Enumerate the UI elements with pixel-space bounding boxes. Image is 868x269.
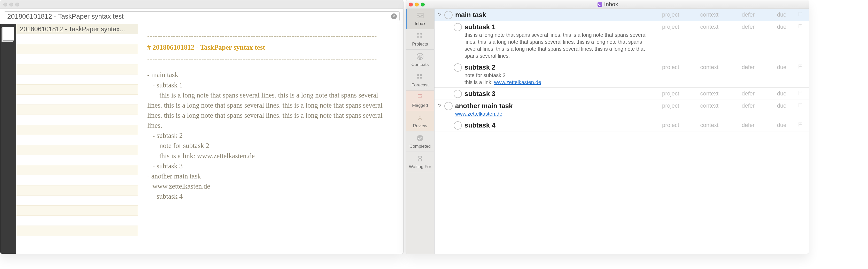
sidebar-item-flagged[interactable]: Flagged [406,90,434,111]
svg-point-0 [417,33,419,35]
task-row[interactable]: ▽main taskprojectcontextdeferdue [435,9,809,21]
zoom-icon[interactable] [421,3,425,6]
clear-search-button[interactable]: ✕ [391,14,397,19]
col-context[interactable]: context [690,90,729,97]
review-icon [416,113,424,122]
svg-rect-9 [420,77,422,79]
note-thumbnail-icon[interactable] [3,27,14,41]
zoom-icon[interactable] [15,3,19,6]
task-title-cell[interactable]: main task [455,10,651,19]
col-defer[interactable]: defer [729,24,768,30]
note-link[interactable]: www.zettelkasten.de [455,111,502,117]
sidebar-label: Review [413,124,427,129]
col-context[interactable]: context [690,64,729,71]
col-defer[interactable]: defer [729,11,768,18]
flag-button[interactable] [796,23,805,29]
right-app-window: Inbox Inbox Projects @ Contexts [406,0,809,254]
col-project[interactable]: project [651,64,690,71]
completed-icon [416,134,424,142]
col-due[interactable]: due [768,90,796,97]
left-traffic-lights [3,3,19,6]
flag-button[interactable] [796,121,805,127]
search-input[interactable] [7,12,391,21]
col-due[interactable]: due [768,122,796,129]
svg-rect-8 [417,77,419,79]
col-defer[interactable]: defer [729,122,768,129]
task-row[interactable]: subtask 3projectcontextdeferdue [435,88,809,100]
file-list-item[interactable]: 201806101812 - TaskPaper syntax... [16,24,138,34]
col-project[interactable]: project [651,11,690,18]
flag-button[interactable] [796,89,805,96]
waiting-icon [416,155,424,163]
sidebar-item-completed[interactable]: Completed [406,131,434,152]
col-due[interactable]: due [768,64,796,71]
left-app-window: ✕ 201806101812 - TaskPaper syntax... ---… [0,0,404,254]
flag-button[interactable] [796,10,805,17]
editor-pane[interactable]: ----------------------------------------… [138,24,403,254]
app-icon [597,2,602,7]
disclosure-triangle-icon[interactable]: ▽ [436,10,443,17]
window-title-text: Inbox [604,1,618,8]
task-checkbox[interactable] [454,121,462,130]
task-row[interactable]: subtask 1this is a long note that spans … [435,21,809,61]
task-title-cell[interactable]: subtask 4 [464,121,651,130]
col-context[interactable]: context [690,102,729,109]
task-title-cell[interactable]: subtask 2note for subtask 2this is a lin… [464,63,651,86]
sidebar-item-inbox[interactable]: Inbox [406,9,434,29]
sidebar-item-forecast[interactable]: Forecast [406,70,434,90]
flag-button[interactable] [796,63,805,69]
col-context[interactable]: context [690,11,729,18]
svg-point-1 [420,33,422,35]
col-defer[interactable]: defer [729,64,768,71]
task-row[interactable]: subtask 4projectcontextdeferdue [435,119,809,131]
flag-button[interactable] [796,101,805,108]
task-checkbox[interactable] [454,63,462,72]
task-row[interactable]: subtask 2note for subtask 2this is a lin… [435,61,809,88]
file-list[interactable]: 201806101812 - TaskPaper syntax... [16,24,138,254]
contexts-icon: @ [416,52,424,60]
task-checkbox[interactable] [454,23,462,31]
col-defer[interactable]: defer [729,90,768,97]
task-checkbox[interactable] [444,102,453,110]
task-name: another main task [455,102,651,110]
note-body[interactable]: - main task - subtask 1 this is a long n… [147,70,394,201]
task-title-cell[interactable]: subtask 3 [464,89,651,98]
note-link[interactable]: www.zettelkasten.de [494,79,541,85]
sidebar-label: Completed [409,144,431,149]
col-project[interactable]: project [651,90,690,97]
minimize-icon[interactable] [9,3,13,6]
perspective-sidebar: Inbox Projects @ Contexts Forecast Flagg… [406,9,435,254]
right-titlebar[interactable]: Inbox [406,0,809,9]
col-due[interactable]: due [768,102,796,109]
svg-rect-6 [417,74,419,76]
task-checkbox[interactable] [454,90,462,98]
col-context[interactable]: context [690,24,729,30]
col-project[interactable]: project [651,24,690,30]
col-project[interactable]: project [651,122,690,129]
sidebar-item-waiting[interactable]: Waiting For [406,152,434,172]
col-defer[interactable]: defer [729,102,768,109]
sidebar-label: Waiting For [409,164,431,169]
task-title-cell[interactable]: subtask 1this is a long note that spans … [464,23,651,59]
close-icon[interactable] [3,3,7,6]
task-note: note for subtask 2this is a link: www.ze… [464,72,651,86]
sidebar-item-projects[interactable]: Projects [406,29,434,50]
sidebar-item-contexts[interactable]: @ Contexts [406,50,434,70]
close-icon[interactable] [409,3,413,6]
col-due[interactable]: due [768,24,796,30]
task-title-cell[interactable]: another main taskwww.zettelkasten.de [455,101,651,117]
task-list: ▽main taskprojectcontextdeferduesubtask … [435,9,809,254]
col-project[interactable]: project [651,102,690,109]
col-due[interactable]: due [768,11,796,18]
col-context[interactable]: context [690,122,729,129]
sidebar-item-review[interactable]: Review [406,111,434,131]
disclosure-triangle-icon [436,23,443,24]
svg-text:@: @ [418,54,423,59]
task-row[interactable]: ▽another main taskwww.zettelkasten.depro… [435,100,809,119]
task-checkbox[interactable] [444,11,453,19]
sidebar-label: Forecast [411,82,429,88]
disclosure-triangle-icon[interactable]: ▽ [436,101,443,108]
minimize-icon[interactable] [415,3,419,6]
left-titlebar[interactable] [0,0,403,9]
sidebar-label: Flagged [412,103,428,108]
